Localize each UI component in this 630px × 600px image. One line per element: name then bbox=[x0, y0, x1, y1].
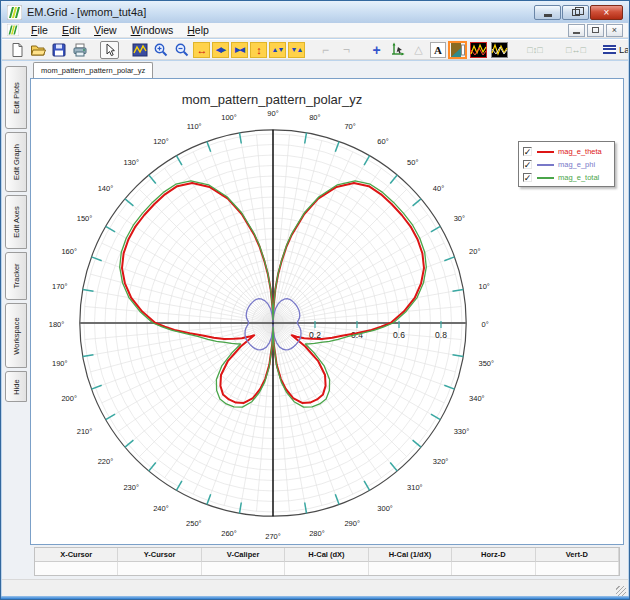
zoom-box-tool-button[interactable] bbox=[130, 41, 149, 59]
readout-value bbox=[35, 562, 118, 575]
readout-table: X-Cursor Y-Cursor V-Caliper H-Cal (dX) H… bbox=[34, 547, 620, 576]
svg-text:190°: 190° bbox=[52, 359, 68, 368]
print-button[interactable] bbox=[70, 41, 89, 59]
svg-text:120°: 120° bbox=[153, 137, 169, 146]
svg-text:270°: 270° bbox=[265, 532, 281, 541]
svg-text:150°: 150° bbox=[77, 214, 93, 223]
readout-value bbox=[536, 562, 619, 575]
menu-bar: File Edit View Windows Help × bbox=[2, 23, 628, 38]
window-title: EM.Grid - [wmom_tut4a] bbox=[27, 6, 534, 18]
expand-x-alt-button[interactable]: ◀▶ bbox=[212, 42, 229, 58]
window-border-bottom bbox=[1, 596, 629, 599]
sidebar: Edit Plots Edit Graph Edit Axes Tracker … bbox=[5, 63, 29, 558]
legend-label: mag_e_total bbox=[558, 173, 599, 182]
triangle-tool-button[interactable]: △ bbox=[409, 41, 428, 59]
layout-button[interactable]: Layout bbox=[603, 44, 628, 55]
corner-tool-2-button[interactable]: ¬ bbox=[337, 41, 356, 59]
app-window: EM.Grid - [wmom_tut4a] × File Edit View … bbox=[0, 0, 630, 600]
child-minimize-button[interactable] bbox=[568, 24, 585, 37]
svg-text:30°: 30° bbox=[454, 214, 465, 223]
svg-text:60°: 60° bbox=[377, 137, 388, 146]
title-bar[interactable]: EM.Grid - [wmom_tut4a] × bbox=[1, 1, 629, 23]
sidebar-item-workspace[interactable]: Workspace bbox=[5, 303, 27, 368]
legend-checkbox[interactable]: ✓ bbox=[523, 147, 532, 156]
legend-label: mag_e_phi bbox=[558, 160, 595, 169]
svg-text:130°: 130° bbox=[123, 158, 139, 167]
expand-x-button[interactable]: ↔ bbox=[193, 42, 210, 58]
v-distribute-button[interactable]: □↕□ bbox=[520, 41, 550, 59]
pointer-tool-button[interactable] bbox=[100, 41, 119, 59]
svg-text:140°: 140° bbox=[98, 184, 114, 193]
readout-header-h-cal-dx: H-Cal (dX) bbox=[285, 548, 368, 562]
legend-item: ✓ mag_e_theta bbox=[523, 145, 610, 158]
svg-text:40°: 40° bbox=[433, 184, 444, 193]
restore-button[interactable] bbox=[562, 5, 589, 20]
svg-text:240°: 240° bbox=[153, 504, 169, 513]
expand-y-alt-button[interactable]: ▲▼ bbox=[269, 42, 286, 58]
menu-view[interactable]: View bbox=[87, 23, 124, 37]
layout-label: Layout bbox=[619, 44, 628, 55]
svg-text:350°: 350° bbox=[479, 359, 495, 368]
tab-mom-pattern-polar-yz[interactable]: mom_pattern_pattern_polar_yz bbox=[33, 62, 153, 78]
svg-text:160°: 160° bbox=[61, 247, 77, 256]
colormap-tool-button[interactable] bbox=[448, 41, 467, 59]
child-restore-button[interactable] bbox=[587, 24, 604, 37]
readout-header-y-cursor: Y-Cursor bbox=[118, 548, 201, 562]
readout-value bbox=[369, 562, 452, 575]
new-document-button[interactable] bbox=[7, 41, 26, 59]
compress-x-button[interactable]: ▶◀ bbox=[231, 42, 248, 58]
legend-checkbox[interactable]: ✓ bbox=[523, 160, 532, 169]
menu-help[interactable]: Help bbox=[180, 23, 216, 37]
minimize-button[interactable] bbox=[534, 5, 561, 20]
resize-grip[interactable] bbox=[616, 586, 626, 596]
dark-plot-1-button[interactable] bbox=[469, 41, 488, 59]
readout-header-h-cal-1dx: H-Cal (1/dX) bbox=[369, 548, 452, 562]
svg-text:10°: 10° bbox=[479, 282, 490, 291]
menu-edit[interactable]: Edit bbox=[55, 23, 87, 37]
readout-header-v-caliper: V-Caliper bbox=[202, 548, 285, 562]
svg-text:80°: 80° bbox=[309, 113, 320, 122]
svg-text:20°: 20° bbox=[469, 247, 480, 256]
h-distribute-button[interactable]: □↔□ bbox=[561, 41, 591, 59]
plot-panel[interactable]: mom_pattern_pattern_polar_yz 0.20.40.60.… bbox=[30, 78, 624, 545]
svg-text:310°: 310° bbox=[407, 483, 423, 492]
crosshair-tool-button[interactable]: + bbox=[367, 41, 386, 59]
legend-line-sample bbox=[537, 151, 554, 153]
text-tool-button[interactable]: A bbox=[430, 42, 446, 58]
svg-text:170°: 170° bbox=[52, 282, 68, 291]
expand-y-button[interactable]: ↕ bbox=[250, 42, 267, 58]
sidebar-item-tracker[interactable]: Tracker bbox=[5, 252, 27, 300]
svg-text:0°: 0° bbox=[482, 320, 489, 329]
zoom-in-button[interactable] bbox=[151, 41, 170, 59]
sidebar-item-edit-plots[interactable]: Edit Plots bbox=[5, 66, 27, 129]
legend-label: mag_e_theta bbox=[558, 147, 602, 156]
svg-text:340°: 340° bbox=[469, 394, 485, 403]
sidebar-item-edit-axes[interactable]: Edit Axes bbox=[5, 195, 27, 249]
svg-text:50°: 50° bbox=[407, 158, 418, 167]
compress-y-button[interactable]: ▼▲ bbox=[288, 42, 305, 58]
svg-text:110°: 110° bbox=[187, 122, 202, 131]
close-button[interactable]: × bbox=[590, 5, 623, 20]
svg-text:200°: 200° bbox=[61, 394, 77, 403]
open-button[interactable] bbox=[28, 41, 47, 59]
svg-text:0.6: 0.6 bbox=[393, 330, 405, 340]
axes-tool-button[interactable] bbox=[388, 41, 407, 59]
zoom-out-button[interactable] bbox=[172, 41, 191, 59]
sidebar-item-edit-graph[interactable]: Edit Graph bbox=[5, 132, 27, 192]
svg-text:280°: 280° bbox=[309, 529, 325, 538]
svg-text:290°: 290° bbox=[344, 519, 360, 528]
corner-tool-1-button[interactable]: ⌐ bbox=[316, 41, 335, 59]
child-close-button[interactable]: × bbox=[606, 24, 623, 37]
svg-text:210°: 210° bbox=[77, 427, 93, 436]
child-system-menu-icon[interactable] bbox=[7, 24, 19, 36]
client-area: Edit Plots Edit Graph Edit Axes Tracker … bbox=[2, 61, 628, 598]
save-button[interactable] bbox=[49, 41, 68, 59]
svg-text:330°: 330° bbox=[454, 427, 470, 436]
dark-plot-2-button[interactable] bbox=[490, 41, 509, 59]
menu-file[interactable]: File bbox=[24, 23, 55, 37]
sidebar-item-hide[interactable]: Hide bbox=[5, 371, 27, 402]
svg-text:230°: 230° bbox=[123, 483, 139, 492]
layout-icon bbox=[603, 45, 616, 54]
legend-checkbox[interactable]: ✓ bbox=[523, 173, 532, 182]
menu-windows[interactable]: Windows bbox=[124, 23, 181, 37]
